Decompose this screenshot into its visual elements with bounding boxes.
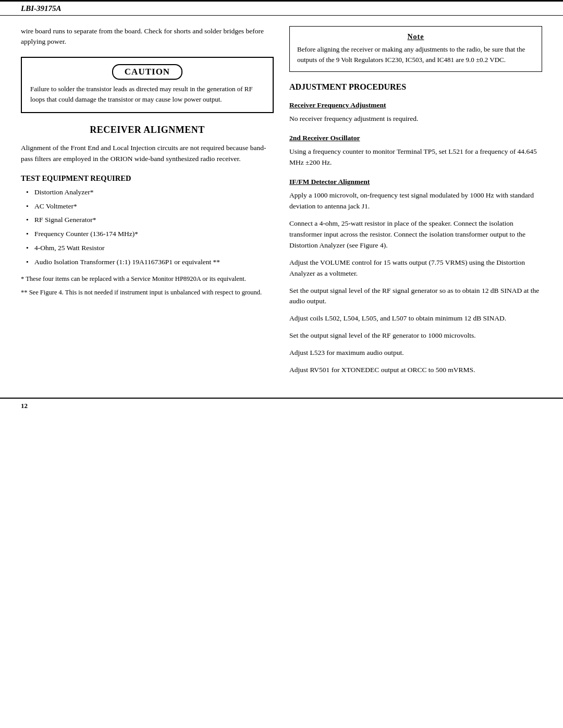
note-label: Note bbox=[408, 33, 424, 41]
caution-label-wrap: CAUTION bbox=[30, 64, 264, 80]
test-equipment-title: TEST EQUIPMENT REQUIRED bbox=[21, 174, 274, 183]
body-paragraph: Apply a 1000 microvolt, on-frequency tes… bbox=[289, 190, 542, 212]
right-column: Note Before aligning the receiver or mak… bbox=[289, 26, 542, 382]
receiver-alignment-title: RECEIVER ALIGNMENT bbox=[21, 125, 274, 135]
content-area: wire board runs to separate from the boa… bbox=[0, 26, 563, 382]
footnote-text: ** See Figure 4. This is not needed if i… bbox=[21, 288, 274, 298]
receiver-alignment-body: Alignment of the Front End and Local Inj… bbox=[21, 143, 274, 165]
adjustment-sections: Receiver Frequency AdjustmentNo receiver… bbox=[289, 101, 542, 376]
body-paragraph: Adjust the VOLUME control for 15 watts o… bbox=[289, 257, 542, 279]
footer-bar: 12 bbox=[0, 398, 563, 413]
sub-heading: IF/FM Detector Alignment bbox=[289, 178, 542, 186]
caution-text: Failure to solder the transistor leads a… bbox=[30, 84, 264, 105]
list-item: Distortion Analyzer* bbox=[26, 187, 274, 198]
body-paragraph: Set the output signal level of the RF ge… bbox=[289, 330, 542, 341]
body-paragraph: Adjust coils L502, L504, L505, and L507 … bbox=[289, 313, 542, 324]
footnote-text: * These four items can be replaced with … bbox=[21, 274, 274, 284]
list-item: RF Signal Generator* bbox=[26, 215, 274, 226]
sub-heading: Receiver Frequency Adjustment bbox=[289, 101, 542, 109]
list-item: 4-Ohm, 25 Watt Resistor bbox=[26, 243, 274, 254]
page-number: 12 bbox=[21, 402, 28, 410]
header-bar: LBI-39175A bbox=[0, 0, 563, 16]
adjustment-procedures-title: ADJUSTMENT PROCEDURES bbox=[289, 82, 542, 92]
list-item: Audio Isolation Transformer (1:1) 19A116… bbox=[26, 257, 274, 268]
intro-text: wire board runs to separate from the boa… bbox=[21, 26, 274, 47]
body-paragraph: Adjust RV501 for XTONEDEC output at ORCC… bbox=[289, 365, 542, 376]
caution-box: CAUTION Failure to solder the transistor… bbox=[21, 57, 274, 113]
body-paragraph: No receiver frequency adjustment is requ… bbox=[289, 114, 542, 125]
body-paragraph: Connect a 4-ohm, 25-watt resistor in pla… bbox=[289, 218, 542, 251]
note-label-wrap: Note bbox=[297, 32, 534, 41]
note-box: Note Before aligning the receiver or mak… bbox=[289, 26, 542, 72]
list-item: AC Voltmeter* bbox=[26, 201, 274, 212]
body-paragraph: Using a frequency counter to monitor Ter… bbox=[289, 146, 542, 168]
sub-heading: 2nd Receiver Oscillator bbox=[289, 134, 542, 142]
test-equipment-list: Distortion Analyzer*AC Voltmeter*RF Sign… bbox=[21, 187, 274, 268]
body-paragraph: Adjust L523 for maximum audio output. bbox=[289, 348, 542, 359]
doc-id: LBI-39175A bbox=[21, 4, 62, 13]
body-paragraph: Set the output signal level of the RF si… bbox=[289, 286, 542, 307]
list-item: Frequency Counter (136-174 MHz)* bbox=[26, 229, 274, 240]
left-column: wire board runs to separate from the boa… bbox=[21, 26, 274, 382]
caution-label: CAUTION bbox=[112, 64, 182, 80]
note-text: Before aligning the receiver or making a… bbox=[297, 44, 534, 65]
page: LBI-39175A wire board runs to separate f… bbox=[0, 0, 563, 728]
footnotes: * These four items can be replaced with … bbox=[21, 274, 274, 298]
